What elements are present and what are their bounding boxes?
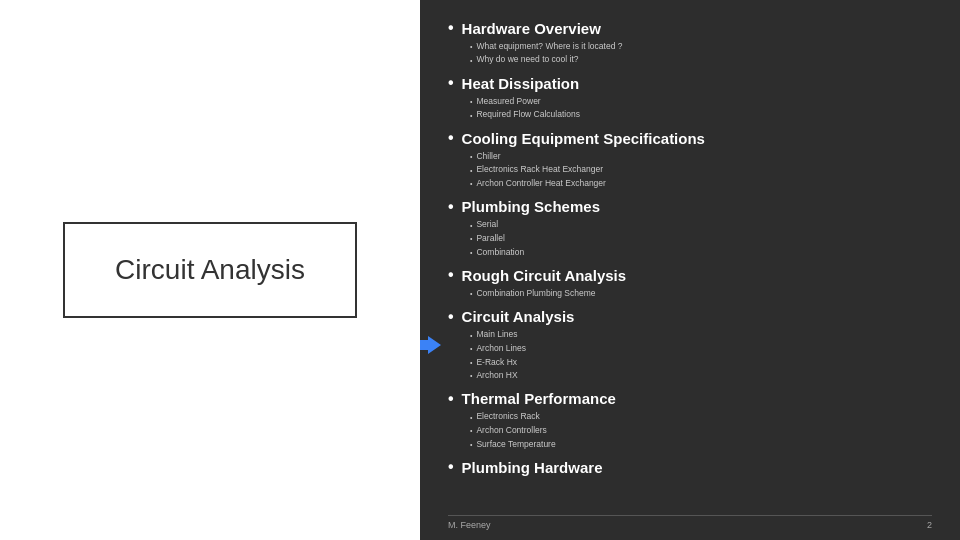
section-title-text: Circuit Analysis: [462, 307, 575, 327]
sub-bullet-icon: •: [470, 55, 472, 66]
sub-bullet-icon: •: [470, 96, 472, 107]
section-title-circuit-analysis: • Circuit Analysis: [448, 307, 932, 328]
sub-item-text: Electronics Rack: [476, 410, 539, 424]
sub-item-text: Surface Temperature: [476, 438, 555, 452]
circuit-box: Circuit Analysis: [63, 222, 357, 318]
section-plumbing-hardware: • Plumbing Hardware: [448, 457, 932, 478]
section-title-text: Rough Circuit Analysis: [462, 266, 626, 286]
sub-item-text: Main Lines: [476, 328, 517, 342]
footer-page: 2: [927, 520, 932, 530]
sub-bullet-icon: •: [470, 330, 472, 341]
sub-item: • Archon Lines: [470, 342, 932, 356]
sub-item-text: Chiller: [476, 150, 500, 164]
bullet-icon: •: [448, 265, 454, 286]
sub-item: • Archon HX: [470, 369, 932, 383]
sub-item: • Main Lines: [470, 328, 932, 342]
sub-items-circuit-analysis: • Main Lines • Archon Lines • E-Rack Hx …: [448, 328, 932, 382]
sub-item-text: Combination Plumbing Scheme: [476, 287, 595, 301]
sub-item-text: Serial: [476, 218, 498, 232]
sub-item: • Serial: [470, 218, 932, 232]
left-panel: Circuit Analysis: [0, 0, 420, 540]
sub-items-cooling-equipment: • Chiller • Electronics Rack Heat Exchan…: [448, 150, 932, 191]
sub-item: • Measured Power: [470, 95, 932, 109]
bullet-icon: •: [448, 307, 454, 328]
section-title-cooling-equipment: • Cooling Equipment Specifications: [448, 128, 932, 149]
sub-items-thermal-performance: • Electronics Rack • Archon Controllers …: [448, 410, 932, 451]
sub-items-hardware-overview: • What equipment? Where is it located ? …: [448, 40, 932, 67]
sub-item-text: Combination: [476, 246, 524, 260]
sub-bullet-icon: •: [470, 165, 472, 176]
sub-items-rough-circuit-analysis: • Combination Plumbing Scheme: [448, 287, 932, 301]
section-title-text: Plumbing Schemes: [462, 197, 600, 217]
sub-bullet-icon: •: [470, 425, 472, 436]
sub-bullet-icon: •: [470, 247, 472, 258]
sub-item: • Why do we need to cool it?: [470, 53, 932, 67]
section-cooling-equipment: • Cooling Equipment Specifications • Chi…: [448, 128, 932, 191]
sub-item: • Electronics Rack: [470, 410, 932, 424]
section-title-rough-circuit-analysis: • Rough Circuit Analysis: [448, 265, 932, 286]
highlight-arrow: [420, 336, 441, 354]
sub-item-text: Archon Controllers: [476, 424, 546, 438]
sub-bullet-icon: •: [470, 343, 472, 354]
sub-bullet-icon: •: [470, 220, 472, 231]
section-heat-dissipation: • Heat Dissipation • Measured Power • Re…: [448, 73, 932, 122]
section-title-heat-dissipation: • Heat Dissipation: [448, 73, 932, 94]
section-plumbing-schemes: • Plumbing Schemes • Serial • Parallel •…: [448, 197, 932, 260]
sub-item: • Archon Controllers: [470, 424, 932, 438]
sub-item-text: Measured Power: [476, 95, 540, 109]
section-title-hardware-overview: • Hardware Overview: [448, 18, 932, 39]
sub-item-text: Archon Controller Heat Exchanger: [476, 177, 605, 191]
sub-bullet-icon: •: [470, 151, 472, 162]
right-panel: • Hardware Overview • What equipment? Wh…: [420, 0, 960, 540]
sub-item: • Combination: [470, 246, 932, 260]
sub-item: • Required Flow Calculations: [470, 108, 932, 122]
sub-bullet-icon: •: [470, 110, 472, 121]
sub-bullet-icon: •: [470, 41, 472, 52]
sub-item-text: Why do we need to cool it?: [476, 53, 578, 67]
sub-item-text: Archon HX: [476, 369, 517, 383]
section-title-text: Heat Dissipation: [462, 74, 580, 94]
sub-item: • Electronics Rack Heat Exchanger: [470, 163, 932, 177]
sub-item-text: What equipment? Where is it located ?: [476, 40, 622, 54]
section-thermal-performance: • Thermal Performance • Electronics Rack…: [448, 389, 932, 452]
sub-bullet-icon: •: [470, 439, 472, 450]
sub-item-text: Parallel: [476, 232, 504, 246]
sub-items-plumbing-schemes: • Serial • Parallel • Combination: [448, 218, 932, 259]
sub-item: • Chiller: [470, 150, 932, 164]
bullet-icon: •: [448, 457, 454, 478]
section-title-text: Hardware Overview: [462, 19, 601, 39]
section-title-text: Thermal Performance: [462, 389, 616, 409]
section-title-text: Plumbing Hardware: [462, 458, 603, 478]
circuit-box-label: Circuit Analysis: [115, 254, 305, 286]
footer: M. Feeney 2: [448, 515, 932, 530]
sub-item: • E-Rack Hx: [470, 356, 932, 370]
sub-item-text: Required Flow Calculations: [476, 108, 579, 122]
sub-bullet-icon: •: [470, 412, 472, 423]
bullet-icon: •: [448, 128, 454, 149]
section-title-plumbing-hardware: • Plumbing Hardware: [448, 457, 932, 478]
sub-item-text: Electronics Rack Heat Exchanger: [476, 163, 603, 177]
sub-bullet-icon: •: [470, 288, 472, 299]
sub-item-text: Archon Lines: [476, 342, 526, 356]
sub-item-text: E-Rack Hx: [476, 356, 517, 370]
sub-items-heat-dissipation: • Measured Power • Required Flow Calcula…: [448, 95, 932, 122]
sub-bullet-icon: •: [470, 357, 472, 368]
section-title-text: Cooling Equipment Specifications: [462, 129, 705, 149]
sub-item: • What equipment? Where is it located ?: [470, 40, 932, 54]
footer-author: M. Feeney: [448, 520, 491, 530]
sub-item: • Archon Controller Heat Exchanger: [470, 177, 932, 191]
bullet-icon: •: [448, 197, 454, 218]
section-title-thermal-performance: • Thermal Performance: [448, 389, 932, 410]
sub-bullet-icon: •: [470, 370, 472, 381]
section-circuit-analysis: • Circuit Analysis • Main Lines • Archon…: [448, 307, 932, 383]
sub-bullet-icon: •: [470, 233, 472, 244]
sub-bullet-icon: •: [470, 178, 472, 189]
svg-marker-0: [420, 336, 441, 354]
section-title-plumbing-schemes: • Plumbing Schemes: [448, 197, 932, 218]
sub-item: • Surface Temperature: [470, 438, 932, 452]
section-hardware-overview: • Hardware Overview • What equipment? Wh…: [448, 18, 932, 67]
bullet-icon: •: [448, 73, 454, 94]
section-rough-circuit-analysis: • Rough Circuit Analysis • Combination P…: [448, 265, 932, 300]
sub-item: • Parallel: [470, 232, 932, 246]
bullet-icon: •: [448, 389, 454, 410]
